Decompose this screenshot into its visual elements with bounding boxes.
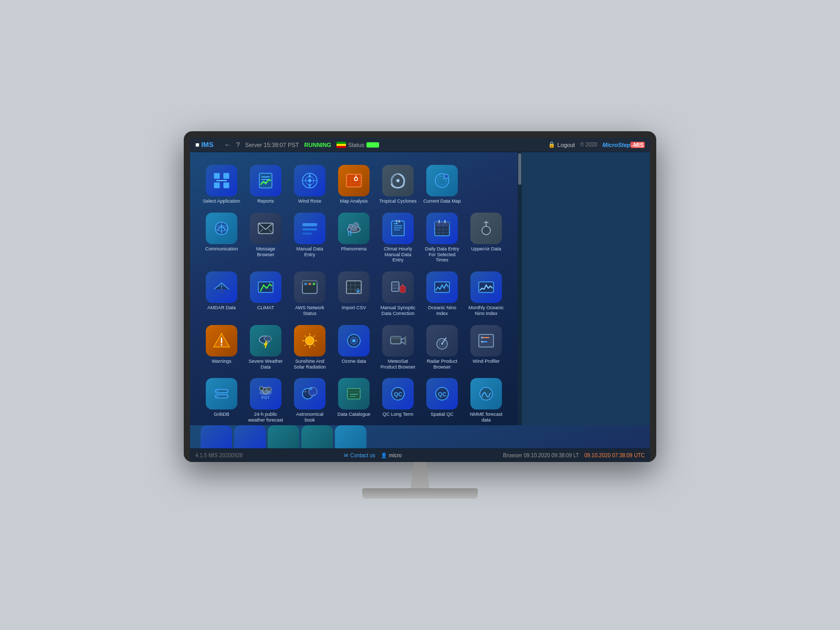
svg-rect-107 — [216, 391, 218, 392]
stand-base — [362, 488, 478, 499]
app-icon-map-analysis[interactable]: Map Analysis — [333, 163, 375, 206]
app-icon-climat[interactable]: CLIMAT — [245, 269, 287, 319]
user-label: 👤 micro — [381, 453, 402, 458]
svg-line-83 — [313, 344, 315, 346]
app-icon-gribdb[interactable]: GribDB — [201, 376, 243, 425]
app-icon-oceanic-nino[interactable]: Oceanic Nino Index — [421, 269, 463, 319]
scrollbar[interactable] — [518, 152, 522, 425]
svg-text:QC: QC — [394, 391, 403, 397]
svg-rect-52 — [219, 289, 224, 293]
svg-rect-99 — [479, 334, 494, 347]
warnings-label: Warnings — [212, 359, 232, 364]
svg-rect-57 — [304, 283, 307, 285]
app-icon-ozone-data[interactable]: Ozone data — [333, 323, 375, 372]
app-icon-sunshine-solar[interactable]: Sunshine And Solar Radiation — [289, 323, 331, 372]
tropical-cyclones-label: Tropical Cyclones — [379, 198, 416, 204]
partial-icon-4 — [301, 425, 333, 448]
app-icon-wind-rose[interactable]: Wind Rose — [289, 163, 331, 206]
svg-point-88 — [352, 339, 355, 342]
app-icon-amdar-data[interactable]: AMDAR Data — [201, 269, 243, 319]
svg-rect-108 — [216, 396, 218, 397]
microstep-logo: MicroStep-MIS — [603, 142, 645, 148]
data-catalogue-label: Data Catalogue — [338, 412, 371, 417]
nav-help[interactable]: ? — [236, 141, 240, 149]
app-icon-astronomical-book[interactable]: Astronomical book — [289, 376, 331, 425]
monitor: ■ IMS ← ? Server 15:38:07 PST RUNNING St… — [184, 131, 656, 499]
utc-time: 09.10.2020 07:38:09 UTC — [584, 453, 645, 458]
meteosat-browser-label: MeteoSat Product Browser — [379, 359, 417, 370]
scroll-thumb[interactable] — [518, 153, 521, 185]
oceanic-nino-label: Oceanic Nino Index — [423, 305, 461, 317]
oceanic-nino-icon — [426, 271, 458, 303]
contact-button[interactable]: ✉ Contact us — [344, 453, 375, 458]
wind-rose-icon — [294, 165, 326, 196]
app-icon-communication[interactable]: Communication — [201, 211, 243, 265]
astronomical-book-icon — [294, 378, 326, 410]
app-icon-24h-forecast[interactable]: PST24-h public weather forecast — [245, 376, 287, 425]
app-logo: ■ IMS — [195, 141, 214, 149]
app-icon-manual-synoptic[interactable]: Manual Synoptic Data Correction — [377, 269, 419, 319]
message-browser-label: Message Browser — [247, 246, 285, 258]
nav-back[interactable]: ← — [224, 141, 231, 149]
app-icon-daily-data-entry[interactable]: Daily Data Entry For Selected Times — [421, 211, 463, 265]
svg-rect-47 — [438, 220, 440, 223]
sunshine-solar-icon — [294, 325, 326, 356]
svg-point-101 — [481, 341, 483, 343]
app-icon-spatial-qc[interactable]: QCSpatial QC — [421, 376, 463, 425]
app-icon-tropical-cyclones[interactable]: Tropical Cyclones — [377, 163, 419, 206]
app-icon-message-browser[interactable]: Message Browser — [245, 211, 287, 265]
app-icon-data-catalogue[interactable]: Data Catalogue — [333, 376, 375, 425]
amdar-data-icon — [206, 271, 237, 303]
svg-rect-2 — [261, 176, 270, 177]
svg-point-117 — [313, 394, 315, 396]
apps-grid: Select ApplicationReportsWind RoseMap An… — [201, 158, 507, 420]
amdar-data-label: AMDAR Data — [207, 305, 236, 311]
24h-forecast-label: 24-h public weather forecast — [247, 412, 285, 423]
app-icon-phenomena[interactable]: Phenomena — [333, 211, 375, 265]
sunshine-solar-label: Sunshine And Solar Radiation — [291, 359, 329, 370]
svg-rect-37 — [394, 227, 402, 228]
grid-spacer — [465, 163, 507, 206]
svg-rect-58 — [309, 283, 311, 285]
svg-point-74 — [221, 344, 223, 345]
svg-rect-38 — [394, 229, 400, 230]
app-icon-nmme-forecast[interactable]: NMME forecast data — [465, 376, 507, 425]
svg-point-77 — [306, 337, 314, 345]
svg-rect-59 — [313, 283, 315, 285]
nmme-forecast-icon — [470, 378, 502, 410]
svg-point-16 — [396, 179, 400, 182]
svg-rect-27 — [302, 223, 317, 226]
stand-neck — [404, 462, 436, 488]
astronomical-book-label: Astronomical book — [291, 412, 329, 423]
qc-long-term-icon: QC — [382, 378, 414, 410]
app-icon-climat-hourly[interactable]: Climat Hourly Manual Data Entry — [377, 211, 419, 265]
warnings-icon — [206, 325, 237, 356]
app-icon-import-csv[interactable]: Import CSV — [333, 269, 375, 319]
map-analysis-icon — [338, 165, 370, 196]
communication-icon — [206, 213, 237, 244]
logout-button[interactable]: 🔒 Logout — [548, 141, 575, 148]
app-icon-reports[interactable]: Reports — [245, 163, 287, 206]
svg-point-116 — [309, 387, 312, 390]
svg-point-111 — [259, 390, 272, 395]
manual-data-entry-icon — [294, 213, 326, 244]
app-icon-current-data-map[interactable]: Current Data Map — [421, 163, 463, 206]
gribdb-label: GribDB — [214, 412, 229, 417]
app-icon-severe-weather[interactable]: Severe Weather Data — [245, 323, 287, 372]
app-icon-meteosat-browser[interactable]: MeteoSat Product Browser — [377, 323, 419, 372]
app-icon-radar-browser[interactable]: Radar Product Browser — [421, 323, 463, 372]
app-icon-monthly-oceanic[interactable]: Monthly Oceanic Nino Index — [465, 269, 507, 319]
current-data-map-label: Current Data Map — [423, 198, 461, 204]
select-application-icon — [206, 165, 237, 196]
app-icon-manual-data-entry[interactable]: Manual Data Entry — [289, 211, 331, 265]
app-icon-select-application[interactable]: Select Application — [201, 163, 243, 206]
partial-icon-3 — [268, 425, 299, 448]
monitor-stand — [184, 462, 656, 499]
app-icon-qc-long-term[interactable]: QCQC Long Term — [377, 376, 419, 425]
app-icon-aws-network[interactable]: AWS Network Status — [289, 269, 331, 319]
app-icon-wind-profiler[interactable]: Wind Profiler — [465, 323, 507, 372]
reports-icon — [250, 165, 281, 196]
svg-rect-65 — [392, 282, 399, 291]
app-icon-upperair-data[interactable]: UpperAir Data — [465, 211, 507, 265]
app-icon-warnings[interactable]: Warnings — [201, 323, 243, 372]
